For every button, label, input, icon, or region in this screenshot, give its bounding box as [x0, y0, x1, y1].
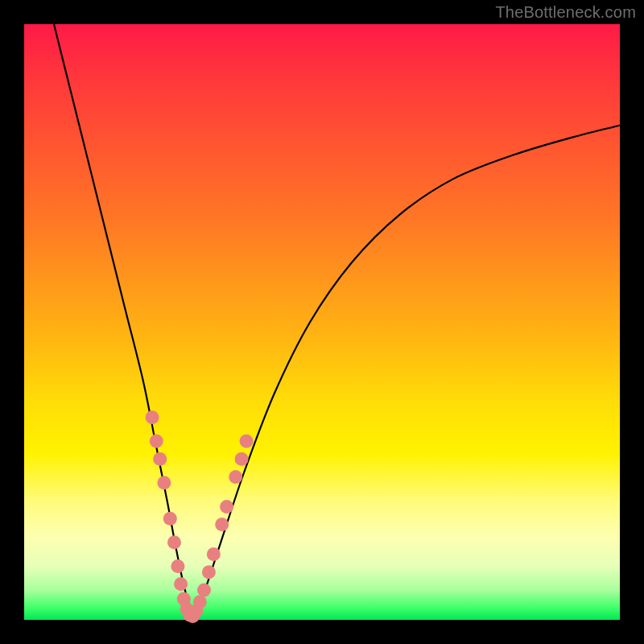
plot-area [24, 24, 620, 620]
scatter-point [171, 559, 184, 573]
chart-frame: TheBottleneck.com [0, 0, 644, 644]
scatter-point [215, 518, 229, 531]
curve-svg [24, 24, 620, 620]
scatter-points [146, 411, 254, 623]
scatter-point [146, 411, 159, 424]
scatter-point [193, 595, 207, 609]
scatter-point [197, 584, 211, 597]
scatter-point [157, 476, 171, 489]
scatter-point [235, 452, 249, 466]
scatter-point [202, 565, 216, 579]
scatter-point [207, 547, 221, 561]
scatter-point [229, 470, 242, 484]
watermark-text: TheBottleneck.com [495, 3, 636, 22]
scatter-point [220, 500, 233, 514]
scatter-point [153, 452, 167, 466]
scatter-point [174, 577, 188, 591]
scatter-point [163, 512, 177, 526]
scatter-point [240, 435, 254, 448]
bottleneck-curve [54, 24, 620, 614]
scatter-point [167, 535, 181, 549]
scatter-point [150, 435, 163, 448]
